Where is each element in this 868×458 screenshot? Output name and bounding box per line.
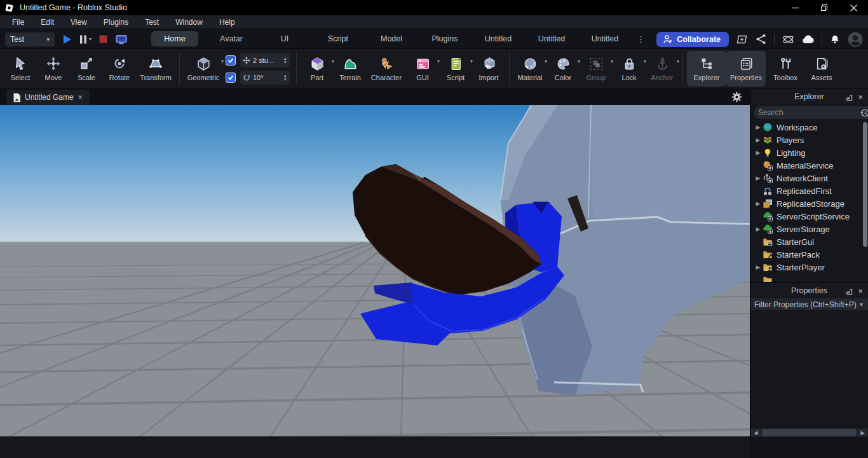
feedback-icon[interactable] xyxy=(736,34,748,45)
pop-out-icon[interactable] xyxy=(844,93,853,101)
tab-avatar[interactable]: Avatar xyxy=(205,31,258,46)
rotate-tool-button[interactable]: Rotate xyxy=(103,51,136,87)
select-tool-button[interactable]: Select xyxy=(4,51,37,87)
tab-untitled-1[interactable]: Untitled xyxy=(471,31,525,46)
user-avatar[interactable] xyxy=(848,32,863,47)
move-tool-button[interactable]: Move xyxy=(37,51,70,87)
explorer-item-starterplayer[interactable]: ▶ StarterPlayer xyxy=(750,261,868,274)
expand-arrow-icon[interactable]: ▶ xyxy=(754,175,763,181)
script-button[interactable]: Script ▾ xyxy=(439,51,472,87)
device-emulation-icon[interactable] xyxy=(115,34,128,45)
share-icon[interactable] xyxy=(755,33,767,45)
pop-out-icon[interactable] xyxy=(844,287,853,295)
pause-button[interactable]: ▾ xyxy=(79,35,92,44)
tab-plugins[interactable]: Plugins xyxy=(418,31,471,46)
expand-arrow-icon[interactable]: ▶ xyxy=(754,149,763,156)
cloud-icon[interactable] xyxy=(802,34,815,44)
explorer-item-replicatedstorage[interactable]: ▶ ReplicatedStorage xyxy=(750,197,868,210)
document-tab-untitled-game[interactable]: Untitled Game × xyxy=(6,90,90,105)
explorer-item-partial[interactable] xyxy=(750,274,868,282)
document-tab-close-icon[interactable]: × xyxy=(78,93,83,102)
explorer-search-input[interactable] xyxy=(758,108,860,117)
scrollbar-thumb[interactable] xyxy=(863,122,867,247)
explorer-item-serverscriptservice[interactable]: ServerScriptService xyxy=(750,210,868,223)
tabs-overflow-button[interactable]: ⋮ xyxy=(632,32,650,46)
import-button[interactable]: Import xyxy=(472,51,505,87)
explorer-vertical-scrollbar[interactable] xyxy=(863,122,867,280)
3d-viewport[interactable] xyxy=(0,105,750,436)
scrollbar-thumb[interactable] xyxy=(762,429,857,436)
explorer-item-starterpack[interactable]: StarterPack xyxy=(750,248,868,261)
rotate-snap-checkbox[interactable] xyxy=(226,73,236,83)
scroll-right-arrow-icon[interactable]: ▶ xyxy=(858,429,867,436)
dropdown-caret-icon[interactable]: ▾ xyxy=(677,59,679,64)
game-settings-icon[interactable] xyxy=(782,33,795,46)
search-history-icon[interactable] xyxy=(860,108,868,118)
explorer-item-players[interactable]: ▶ Players xyxy=(750,134,868,146)
tab-untitled-2[interactable]: Untitled xyxy=(525,31,578,46)
menu-window[interactable]: Window xyxy=(168,17,210,28)
menu-edit[interactable]: Edit xyxy=(34,17,61,28)
properties-horizontal-scrollbar[interactable]: ◀ ▶ xyxy=(750,428,868,437)
properties-close-icon[interactable]: × xyxy=(858,286,863,296)
explorer-search-box[interactable] xyxy=(754,106,868,119)
play-button[interactable] xyxy=(62,34,72,45)
explorer-item-networkclient[interactable]: ▶ NetworkClient xyxy=(750,172,868,184)
toolbox-toggle-button[interactable]: Toolbox xyxy=(766,51,805,87)
assets-toggle-button[interactable]: Assets xyxy=(805,51,838,87)
tab-ui[interactable]: UI xyxy=(258,31,311,46)
menu-help[interactable]: Help xyxy=(212,17,242,28)
transform-tool-button[interactable]: Transform xyxy=(136,51,175,87)
explorer-item-replicatedfirst[interactable]: ReplicatedFirst xyxy=(750,184,868,197)
expand-arrow-icon[interactable]: ▶ xyxy=(754,137,763,143)
notifications-bell-icon[interactable] xyxy=(829,34,841,45)
anchor-button[interactable]: Anchor ▾ xyxy=(646,51,679,87)
geometric-mode-button[interactable]: Geometric ▾ xyxy=(184,51,223,87)
collaborate-button[interactable]: Collaborate xyxy=(656,32,729,47)
character-button[interactable]: Character xyxy=(367,51,406,87)
gui-button[interactable]: GUI ▾ xyxy=(406,51,439,87)
properties-toggle-button[interactable]: Properties xyxy=(726,51,766,87)
menu-plugins[interactable]: Plugins xyxy=(97,17,135,28)
tab-script[interactable]: Script xyxy=(311,31,365,46)
explorer-item-materialservice[interactable]: MaterialService xyxy=(750,159,868,172)
part-button[interactable]: Part ▾ xyxy=(301,51,334,87)
properties-filter-dropdown[interactable]: Filter Properties (Ctrl+Shift+P) ▼ xyxy=(750,298,868,311)
menu-view[interactable]: View xyxy=(64,17,94,28)
explorer-item-lighting[interactable]: ▶ Lighting xyxy=(750,146,868,159)
terrain-button[interactable]: Terrain xyxy=(334,51,367,87)
test-mode-dropdown[interactable]: Test ▾ xyxy=(5,32,55,46)
tab-model[interactable]: Model xyxy=(365,31,418,46)
restore-button[interactable] xyxy=(810,0,839,15)
move-snap-field[interactable]: 2 stu... ▲▼ xyxy=(240,53,290,67)
explorer-item-workspace[interactable]: ▶ Workspace xyxy=(750,121,868,134)
explorer-close-icon[interactable]: × xyxy=(858,92,863,102)
menu-file[interactable]: File xyxy=(5,17,31,28)
pause-dropdown-caret-icon[interactable]: ▾ xyxy=(89,36,92,42)
lock-button[interactable]: Lock ▾ xyxy=(613,51,646,87)
stop-button[interactable] xyxy=(99,35,107,43)
rotate-snap-field[interactable]: 10° ▲▼ xyxy=(240,71,290,85)
color-button[interactable]: Color ▾ xyxy=(546,51,580,87)
tab-home[interactable]: Home xyxy=(151,31,198,46)
explorer-item-serverstorage[interactable]: ▶ ServerStorage xyxy=(750,223,868,235)
scroll-left-arrow-icon[interactable]: ◀ xyxy=(751,429,761,436)
expand-arrow-icon[interactable]: ▶ xyxy=(754,264,763,270)
material-button[interactable]: Material ▾ xyxy=(513,51,546,87)
tab-untitled-3[interactable]: Untitled xyxy=(578,31,632,46)
expand-arrow-icon[interactable]: ▶ xyxy=(754,200,763,207)
group-button[interactable]: Group ▾ xyxy=(580,51,613,87)
close-button[interactable] xyxy=(839,0,868,15)
scale-tool-button[interactable]: Scale xyxy=(70,51,103,87)
viewport-settings-gear-icon[interactable] xyxy=(731,92,742,105)
dropdown-caret-icon[interactable]: ▾ xyxy=(221,59,224,64)
expand-arrow-icon[interactable]: ▶ xyxy=(754,226,763,232)
minimize-button[interactable] xyxy=(780,0,810,15)
move-snap-stepper[interactable]: ▲▼ xyxy=(283,57,287,64)
expand-arrow-icon[interactable]: ▶ xyxy=(754,124,763,130)
menu-test[interactable]: Test xyxy=(138,17,166,28)
move-snap-checkbox[interactable] xyxy=(226,55,236,66)
explorer-item-startergui[interactable]: StarterGui xyxy=(750,235,868,248)
rotate-snap-stepper[interactable]: ▲▼ xyxy=(283,74,287,81)
explorer-toggle-button[interactable]: Explorer xyxy=(687,51,726,87)
